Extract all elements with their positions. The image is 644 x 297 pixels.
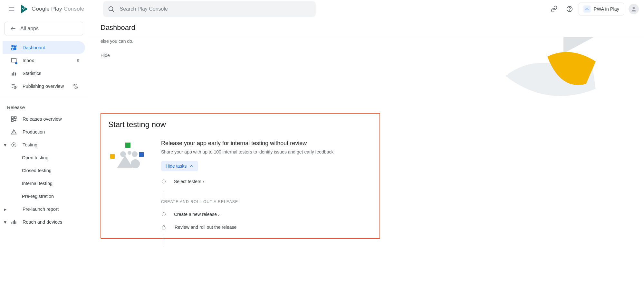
sidebar-item-label: Statistics bbox=[23, 71, 79, 76]
sidebar-item-publishing-overview[interactable]: Publishing overview bbox=[3, 80, 85, 93]
statistics-icon bbox=[10, 70, 17, 77]
svg-point-9 bbox=[587, 9, 588, 10]
sidebar-item-label: Dashboard bbox=[23, 45, 79, 50]
svg-line-29 bbox=[74, 84, 78, 88]
play-logo-icon bbox=[21, 5, 28, 13]
page-title-bar: Dashboard bbox=[88, 18, 644, 37]
svg-marker-50 bbox=[117, 155, 133, 168]
app-selector-label: PWA in Play bbox=[594, 6, 619, 12]
svg-rect-32 bbox=[12, 120, 14, 122]
all-apps-label: All apps bbox=[20, 26, 39, 32]
notification-dot-icon bbox=[15, 62, 17, 64]
testing-illustration bbox=[108, 140, 147, 172]
main-content: else you can do. Hide Start testing now … bbox=[88, 37, 644, 297]
android-icon bbox=[583, 5, 591, 13]
menu-button[interactable] bbox=[5, 3, 18, 15]
svg-rect-41 bbox=[15, 221, 16, 224]
task-create-release[interactable]: Create a new release › bbox=[161, 212, 372, 217]
search-icon bbox=[108, 5, 115, 13]
all-apps-button[interactable]: All apps bbox=[5, 22, 83, 35]
task-label: Create a new release › bbox=[174, 212, 220, 217]
svg-rect-22 bbox=[15, 73, 16, 76]
sidebar-item-label: Publishing overview bbox=[23, 84, 67, 89]
sidebar-item-internal-testing[interactable]: Internal testing bbox=[3, 177, 85, 190]
svg-marker-3 bbox=[21, 5, 28, 13]
sidebar-item-label: Pre-launch report bbox=[23, 207, 79, 212]
sidebar-item-label: Pre-registration bbox=[22, 194, 79, 199]
search-input[interactable] bbox=[119, 6, 311, 12]
svg-point-8 bbox=[586, 9, 587, 10]
sidebar-item-production[interactable]: Production bbox=[3, 125, 85, 138]
sidebar-item-dashboard[interactable]: Dashboard bbox=[3, 41, 85, 54]
sidebar-item-label: Inbox bbox=[23, 58, 72, 63]
sidebar-item-prelaunch-report[interactable]: ▸ Pre-launch report bbox=[3, 203, 85, 216]
account-avatar[interactable] bbox=[629, 4, 639, 14]
sidebar-item-open-testing[interactable]: Open testing bbox=[3, 151, 85, 164]
sidebar-item-statistics[interactable]: Statistics bbox=[3, 67, 85, 80]
svg-rect-16 bbox=[14, 47, 16, 50]
hide-tasks-button[interactable]: Hide tasks bbox=[161, 161, 198, 171]
caret-right-icon[interactable]: ▸ bbox=[4, 206, 6, 212]
logo-text: Google Play Console bbox=[32, 6, 84, 12]
sidebar: All apps Dashboard Inbox 9 Statistics Pu… bbox=[0, 18, 88, 297]
menu-icon bbox=[8, 5, 15, 13]
svg-line-11 bbox=[588, 8, 588, 8]
help-button[interactable] bbox=[563, 3, 576, 15]
svg-line-5 bbox=[112, 10, 114, 12]
svg-rect-52 bbox=[162, 227, 165, 229]
svg-rect-39 bbox=[13, 221, 14, 224]
svg-line-10 bbox=[586, 8, 586, 8]
svg-rect-30 bbox=[12, 117, 14, 119]
svg-marker-37 bbox=[13, 144, 15, 146]
previous-card-overflow-text: else you can do. bbox=[101, 39, 631, 44]
sidebar-item-releases-overview[interactable]: Releases overview bbox=[3, 113, 85, 125]
svg-rect-40 bbox=[14, 220, 15, 224]
svg-point-12 bbox=[633, 7, 635, 9]
sidebar-item-label: Releases overview bbox=[23, 116, 79, 122]
app-header: Google Play Console PWA in Play bbox=[0, 0, 644, 18]
svg-rect-38 bbox=[12, 222, 13, 224]
lock-icon bbox=[161, 225, 166, 230]
card-heading: Release your app early for internal test… bbox=[161, 140, 372, 147]
link-button[interactable] bbox=[548, 3, 561, 15]
sidebar-item-closed-testing[interactable]: Closed testing bbox=[3, 164, 85, 177]
task-bullet-icon bbox=[162, 212, 166, 216]
sidebar-item-label: Reach and devices bbox=[23, 219, 79, 225]
caret-down-icon[interactable]: ▾ bbox=[4, 219, 6, 225]
svg-rect-44 bbox=[125, 143, 130, 148]
hide-link[interactable]: Hide bbox=[101, 53, 110, 58]
chevron-up-icon bbox=[189, 164, 194, 168]
devices-icon bbox=[10, 219, 17, 225]
publishing-icon bbox=[10, 83, 17, 89]
svg-point-51 bbox=[131, 159, 140, 168]
sidebar-item-testing[interactable]: ▾ Testing bbox=[3, 138, 85, 151]
page-title: Dashboard bbox=[101, 23, 135, 32]
svg-rect-31 bbox=[14, 117, 16, 119]
svg-rect-15 bbox=[14, 45, 16, 47]
search-box[interactable] bbox=[103, 1, 316, 17]
task-select-testers[interactable]: Select testers › bbox=[161, 179, 372, 184]
app-selector[interactable]: PWA in Play bbox=[579, 3, 624, 15]
svg-rect-18 bbox=[12, 58, 16, 62]
arrow-left-icon bbox=[10, 25, 16, 32]
hero-illustration bbox=[496, 37, 644, 111]
sidebar-item-reach-and-devices[interactable]: ▾ Reach and devices bbox=[3, 216, 85, 228]
production-icon bbox=[10, 129, 17, 135]
task-label: Review and roll out the release bbox=[175, 225, 236, 230]
task-review-rollout: Review and roll out the release bbox=[161, 225, 372, 230]
svg-point-4 bbox=[109, 7, 113, 11]
sidebar-item-pre-registration[interactable]: Pre-registration bbox=[3, 190, 85, 203]
sidebar-item-inbox[interactable]: Inbox 9 bbox=[3, 54, 85, 67]
task-section-caption: CREATE AND ROLL OUT A RELEASE bbox=[161, 200, 372, 204]
svg-rect-21 bbox=[13, 72, 14, 76]
avatar-icon bbox=[630, 6, 637, 12]
task-label: Select testers › bbox=[174, 179, 204, 184]
sync-off-icon bbox=[72, 83, 79, 89]
svg-point-34 bbox=[14, 133, 14, 133]
logo[interactable]: Google Play Console bbox=[21, 5, 84, 13]
sidebar-section-release: Release bbox=[0, 99, 88, 113]
inbox-count-badge: 9 bbox=[77, 58, 79, 63]
svg-point-47 bbox=[132, 151, 138, 157]
svg-point-7 bbox=[569, 10, 570, 11]
caret-down-icon[interactable]: ▾ bbox=[4, 142, 6, 148]
